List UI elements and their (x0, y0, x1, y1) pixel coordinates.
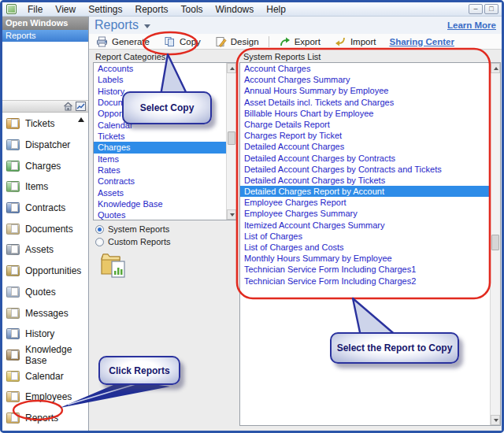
report-row[interactable]: Monthly Hours Summary by Employee (240, 253, 490, 264)
report-row[interactable]: Technician Service Form Including Charge… (240, 276, 490, 287)
category-row[interactable]: Rates (94, 165, 226, 176)
report-row[interactable]: Detailed Account Charges (240, 141, 490, 152)
menu-item-view[interactable]: View (49, 3, 82, 16)
report-row[interactable]: Detailed Account Charges by Tickets (240, 175, 490, 186)
menu-item-settings[interactable]: Settings (82, 3, 128, 16)
import-button[interactable]: Import (328, 34, 384, 49)
sidebar-item-history[interactable]: History (2, 324, 88, 345)
category-row[interactable]: Knowledge Base (94, 198, 226, 209)
design-button[interactable]: Design (208, 34, 266, 49)
report-row[interactable]: Account Charges Summary (240, 74, 490, 85)
generate-button[interactable]: Generate (89, 34, 157, 49)
scroll-up-arrow[interactable] (227, 63, 236, 73)
category-row[interactable]: Charges (94, 142, 226, 153)
sidebar-item-label: Knowledge Base (25, 344, 88, 366)
report-row[interactable]: Asset Details incl. Tickets and Charges (240, 97, 490, 108)
report-row[interactable]: Account Charges (240, 63, 490, 74)
copy-icon (164, 36, 176, 47)
scroll-up-icon[interactable] (78, 117, 84, 122)
radio-label: System Reports (108, 224, 169, 234)
employees-icon (6, 391, 20, 402)
page-header: Reports Learn More (89, 17, 502, 34)
report-row[interactable]: Technician Service Form Including Charge… (240, 264, 490, 275)
sidebar-item-items[interactable]: Items (2, 176, 88, 198)
generate-icon (96, 36, 108, 47)
menu-item-file[interactable]: File (21, 3, 49, 16)
select-report-callout: Select the Report to Copy (330, 332, 459, 364)
report-categories-header: Report Categories (95, 52, 165, 61)
minimize-button[interactable]: – (469, 4, 483, 14)
category-row[interactable]: Accounts (94, 63, 226, 74)
sidebar-item-calendar[interactable]: Calendar (2, 365, 88, 387)
report-row[interactable]: Charge Details Report (240, 119, 490, 130)
reports-scrollbar[interactable] (490, 63, 500, 425)
report-row[interactable]: Detailed Charges Report by Account (240, 186, 490, 197)
report-row[interactable]: Employee Charges Report (240, 197, 490, 208)
system-reports-header: System Reports List (243, 52, 321, 61)
sidebar-item-messages[interactable]: Messages (2, 302, 88, 324)
report-row[interactable]: Employee Charges Summary (240, 208, 490, 219)
window-controls: – □ (469, 4, 498, 14)
report-row[interactable]: List of Charges (240, 231, 490, 242)
export-button[interactable]: Export (272, 34, 328, 49)
report-row[interactable]: Itemized Account Charges Summary (240, 220, 490, 231)
learn-more-link[interactable]: Learn More (447, 20, 496, 30)
report-row[interactable]: Annual Hours Summary by Employee (240, 85, 490, 96)
custom-reports-radio[interactable]: Custom Reports (95, 235, 170, 248)
system-reports-radio[interactable]: System Reports (95, 223, 170, 235)
categories-scrollbar[interactable] (226, 63, 236, 220)
menu-item-help[interactable]: Help (260, 3, 292, 16)
home-icon[interactable] (63, 102, 73, 111)
left-sidebar: Open Windows Reports TicketsDispatcherCh… (2, 17, 89, 431)
reports-icon (6, 413, 20, 424)
sidebar-item-label: Quotes (25, 287, 56, 298)
sidebar-item-employees[interactable]: Employees (2, 387, 88, 408)
messages-icon (6, 308, 20, 319)
sidebar-item-knowledge-base[interactable]: Knowledge Base (2, 345, 88, 366)
items-icon (6, 181, 20, 192)
restore-button[interactable]: □ (484, 4, 498, 14)
chart-icon[interactable] (76, 102, 86, 111)
sidebar-item-dispatcher[interactable]: Dispatcher (2, 135, 88, 156)
dispatcher-icon (6, 139, 20, 150)
sidebar-item-label: Contracts (25, 202, 65, 213)
toolbar-separator (269, 36, 269, 47)
report-row[interactable]: Billable Hours Chart by Employee (240, 108, 490, 119)
category-row[interactable]: Labels (94, 74, 226, 85)
category-row[interactable]: Tickets (94, 131, 226, 142)
select-copy-callout: Select Copy (122, 91, 212, 124)
sidebar-item-charges[interactable]: Charges (2, 155, 88, 176)
import-label: Import (350, 37, 376, 46)
category-row[interactable]: Assets (94, 187, 226, 198)
category-row[interactable]: Quotes (94, 209, 226, 220)
sidebar-item-documents[interactable]: Documents (2, 218, 88, 239)
scrollbar-thumb[interactable] (491, 235, 499, 250)
sharing-center-link[interactable]: Sharing Center (383, 37, 460, 46)
sidebar-item-reports[interactable]: Reports (2, 408, 88, 429)
report-row[interactable]: List of Charges and Costs (240, 242, 490, 253)
scroll-down-arrow[interactable] (227, 209, 236, 220)
scroll-down-arrow[interactable] (491, 415, 500, 425)
category-row[interactable]: Items (94, 154, 226, 165)
application-window: FileViewSettingsReportsToolsWindowsHelp … (0, 0, 504, 433)
report-row[interactable]: Detailed Account Charges by Contracts (240, 153, 490, 164)
opportunities-icon (6, 265, 20, 276)
report-row[interactable]: Charges Report by Ticket (240, 130, 490, 141)
report-folder-icon[interactable] (99, 250, 129, 280)
open-window-item[interactable]: Reports (2, 30, 88, 42)
report-row[interactable]: Detailed Account Charges by Contracts an… (240, 164, 490, 175)
sidebar-item-quotes[interactable]: Quotes (2, 282, 88, 303)
scroll-up-arrow[interactable] (491, 63, 500, 73)
sidebar-item-assets[interactable]: Assets (2, 239, 88, 261)
copy-button[interactable]: Copy (157, 34, 208, 49)
category-row[interactable]: Contracts (94, 176, 226, 187)
menu-item-reports[interactable]: Reports (129, 3, 175, 16)
menu-item-windows[interactable]: Windows (209, 3, 261, 16)
sidebar-item-opportunities[interactable]: Opportunities (2, 261, 88, 282)
sidebar-item-contracts[interactable]: Contracts (2, 198, 88, 219)
menu-item-tools[interactable]: Tools (175, 3, 209, 16)
scrollbar-thumb[interactable] (228, 131, 235, 145)
sidebar-item-tickets[interactable]: Tickets (2, 113, 88, 135)
chevron-down-icon[interactable] (144, 24, 150, 28)
export-label: Export (295, 37, 321, 46)
